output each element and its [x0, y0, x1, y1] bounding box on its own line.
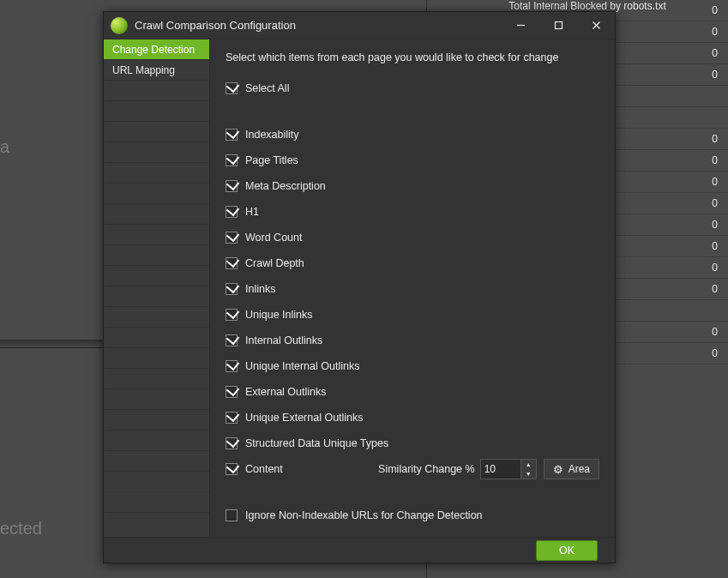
ignore-checkbox[interactable] — [226, 509, 238, 521]
svg-rect-1 — [555, 22, 562, 29]
checkbox-label: External Outlinks — [245, 386, 326, 398]
checkbox-label: Word Count — [245, 232, 302, 244]
checkbox-label: Unique Inlinks — [245, 309, 313, 321]
check-unique-external-outlinks[interactable]: Unique External Outlinks — [226, 405, 599, 430]
sidebar-item-url-mapping[interactable]: URL Mapping — [104, 60, 209, 81]
area-button-label: Area — [569, 463, 590, 475]
minimize-button[interactable] — [502, 12, 539, 39]
gear-icon: ⚙ — [553, 463, 563, 476]
bg-left-panel-divider — [0, 340, 103, 348]
checkbox[interactable] — [226, 154, 238, 166]
checkbox[interactable] — [226, 412, 238, 424]
check-indexability[interactable]: Indexability — [226, 122, 599, 148]
instruction-text: Select which items from each page you wo… — [226, 51, 599, 63]
maximize-button[interactable] — [539, 12, 577, 39]
checkbox[interactable] — [226, 283, 238, 295]
dialog-sidebar: Change Detection URL Mapping — [104, 39, 210, 537]
dialog-footer: OK — [104, 537, 615, 563]
checkbox-label: Unique Internal Outlinks — [245, 360, 359, 372]
sidebar-empty-rows — [104, 81, 209, 513]
checkbox-label: Internal Outlinks — [245, 334, 322, 346]
checkbox[interactable] — [226, 180, 238, 192]
checkbox[interactable] — [226, 386, 238, 398]
checkbox-label: Content — [245, 463, 283, 475]
bg-column-values: 000 0 000 000 00 00 — [689, 0, 723, 364]
checkbox[interactable] — [226, 309, 238, 321]
check-unique-inlinks[interactable]: Unique Inlinks — [226, 302, 599, 328]
area-button[interactable]: ⚙ Area — [544, 459, 599, 479]
close-button[interactable] — [577, 12, 615, 39]
check-crawl-depth[interactable]: Crawl Depth — [226, 250, 599, 276]
check-word-count[interactable]: Word Count — [226, 225, 599, 250]
check-meta-description[interactable]: Meta Description — [226, 173, 599, 199]
select-all-checkbox[interactable] — [226, 82, 238, 94]
checkbox-label: Structured Data Unique Types — [245, 437, 388, 449]
dialog-title: Crawl Comparison Configuration — [135, 19, 502, 32]
sidebar-item-change-detection[interactable]: Change Detection — [104, 39, 209, 60]
titlebar[interactable]: Crawl Comparison Configuration — [104, 12, 615, 39]
checkbox-label: Meta Description — [245, 180, 326, 192]
checkbox-label: Crawl Depth — [245, 257, 304, 269]
checkbox[interactable] — [226, 437, 238, 449]
similarity-label: Similarity Change % — [378, 463, 475, 475]
checkbox[interactable] — [226, 232, 238, 244]
bg-text-fragment: ected — [0, 519, 42, 539]
checkbox-label: Unique External Outlinks — [245, 412, 364, 424]
check-structured-data[interactable]: Structured Data Unique Types — [226, 430, 599, 456]
check-h1[interactable]: H1 — [226, 199, 599, 225]
frog-app-icon — [111, 17, 128, 34]
check-page-titles[interactable]: Page Titles — [226, 148, 599, 173]
checkbox[interactable] — [226, 129, 238, 141]
checkbox[interactable] — [226, 257, 238, 269]
check-inlinks[interactable]: Inlinks — [226, 276, 599, 302]
checkbox-label: H1 — [245, 206, 259, 218]
check-unique-internal-outlinks[interactable]: Unique Internal Outlinks — [226, 353, 599, 379]
check-external-outlinks[interactable]: External Outlinks — [226, 379, 599, 405]
checkbox-label: Ignore Non-Indexable URLs for Change Det… — [245, 509, 483, 521]
checkbox-label: Inlinks — [245, 283, 275, 295]
checkbox[interactable] — [226, 206, 238, 218]
checkbox-label: Select All — [245, 82, 289, 94]
checkbox-label: Indexability — [245, 129, 299, 141]
content-checkbox[interactable] — [226, 463, 238, 475]
similarity-change-input[interactable] — [480, 459, 521, 479]
sidebar-item-label: Change Detection — [112, 44, 195, 56]
select-all-row[interactable]: Select All — [226, 75, 599, 101]
checkbox[interactable] — [226, 334, 238, 346]
bg-text-fragment: a — [0, 137, 9, 157]
check-content-row: Content Similarity Change % ▲ ▼ ⚙ Area — [226, 456, 599, 482]
sidebar-item-label: URL Mapping — [112, 64, 175, 76]
similarity-spinner[interactable]: ▲ ▼ — [521, 459, 537, 479]
ignore-non-indexable-row[interactable]: Ignore Non-Indexable URLs for Change Det… — [226, 503, 599, 528]
dialog-main-panel: Select which items from each page you wo… — [210, 39, 615, 537]
checkbox[interactable] — [226, 360, 238, 372]
spinner-up-button[interactable]: ▲ — [521, 460, 536, 469]
check-internal-outlinks[interactable]: Internal Outlinks — [226, 328, 599, 353]
ok-button[interactable]: OK — [536, 540, 598, 561]
checkbox-label: Page Titles — [245, 154, 298, 166]
bg-column-header: Total Internal Blocked by robots.txt — [450, 0, 725, 12]
crawl-comparison-config-dialog: Crawl Comparison Configuration Change De… — [103, 11, 616, 563]
spinner-down-button[interactable]: ▼ — [521, 469, 536, 479]
